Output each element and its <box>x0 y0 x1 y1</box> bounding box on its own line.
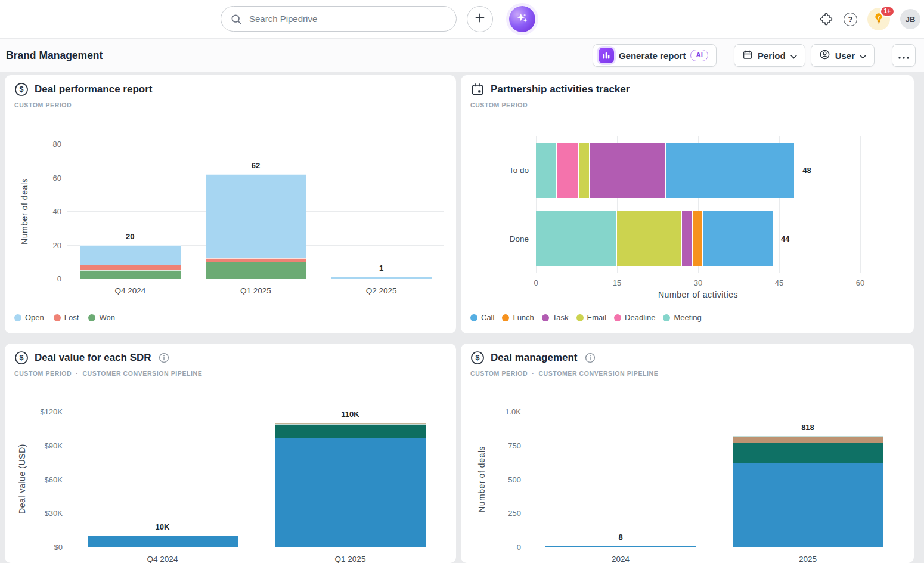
bar-segment-call[interactable] <box>666 143 796 198</box>
legend-item-lost[interactable]: Lost <box>54 313 79 322</box>
legend-label: Lost <box>64 313 79 322</box>
question-mark-glyph: ? <box>844 13 857 26</box>
bar-total-label: 20 <box>67 232 193 241</box>
legend-label: Task <box>553 313 569 322</box>
legend-dot <box>502 314 509 321</box>
ai-assistant-button[interactable] <box>509 6 535 32</box>
bar-segment-series-4[interactable] <box>733 436 882 437</box>
plus-icon <box>474 12 486 26</box>
category-label: To do <box>509 166 529 175</box>
x-tick-label: 30 <box>694 279 702 287</box>
bar-segment-open[interactable] <box>206 174 306 258</box>
subtitle-period: CUSTOM PERIOD <box>470 101 528 109</box>
search-input[interactable] <box>248 13 447 24</box>
user-label: User <box>835 51 855 61</box>
gridline <box>69 547 444 547</box>
legend-dot <box>88 314 95 321</box>
y-tick-label: $0 <box>54 543 63 552</box>
info-icon[interactable] <box>159 352 169 363</box>
whats-new-bulb-button[interactable]: 1+ <box>867 8 890 30</box>
bar-segment-series-1[interactable] <box>733 463 882 547</box>
dollar-circle-icon: $ <box>14 82 29 97</box>
bar-segment-task[interactable] <box>682 211 693 266</box>
bar-segment-task[interactable] <box>590 143 666 198</box>
bar-segment-open[interactable] <box>80 245 181 265</box>
bar-segment-series-1[interactable] <box>275 438 426 547</box>
bar-segment-open[interactable] <box>331 277 432 279</box>
bar-total-label: 110K <box>256 410 444 419</box>
global-search[interactable] <box>221 6 457 32</box>
ai-badge: AI <box>690 50 708 61</box>
category-label: Q1 2025 <box>256 555 444 563</box>
more-options-button[interactable] <box>892 44 916 67</box>
subtitle-period: CUSTOM PERIOD <box>470 370 528 377</box>
legend-item-email[interactable]: Email <box>576 313 607 322</box>
y-tick-label: $30K <box>45 509 63 518</box>
subtitle-separator: · <box>76 370 78 377</box>
calendar-icon <box>470 82 485 97</box>
bar-segment-lost[interactable] <box>80 265 181 270</box>
bar-segment-meeting[interactable] <box>536 143 557 198</box>
bar-segment-series-1[interactable] <box>545 546 695 547</box>
help-icon[interactable]: ? <box>844 13 857 26</box>
generate-report-label: Generate report <box>619 51 686 61</box>
dashboard-controls: Generate report AI Period User <box>593 39 916 72</box>
search-icon <box>230 13 242 25</box>
bar-segment-call[interactable] <box>703 211 774 266</box>
bar-segment-series-1[interactable] <box>88 536 238 547</box>
quick-add-button[interactable] <box>467 6 493 32</box>
bar-segment-email[interactable] <box>579 143 590 198</box>
bar-segment-lost[interactable] <box>206 258 306 262</box>
legend-label: Meeting <box>674 313 701 322</box>
bar-total-label: 44 <box>781 234 789 243</box>
dollar-circle-icon: $ <box>14 351 29 365</box>
y-tick-label: 0 <box>517 543 521 552</box>
y-tick-label: 1.0K <box>505 407 521 416</box>
legend-item-call[interactable]: Call <box>470 313 494 322</box>
y-tick-label: 40 <box>53 207 61 216</box>
legend-label: Won <box>99 313 115 322</box>
legend-item-task[interactable]: Task <box>542 313 569 322</box>
bar-segment-lunch[interactable] <box>693 211 703 266</box>
legend-item-meeting[interactable]: Meeting <box>663 313 701 322</box>
bar-total-label: 1 <box>318 264 444 273</box>
avatar[interactable]: JB <box>900 9 920 29</box>
legend-item-open[interactable]: Open <box>14 313 44 322</box>
bar-segment-series-3[interactable] <box>275 423 426 424</box>
user-filter-button[interactable]: User <box>811 44 875 67</box>
card-header: $ Deal management <box>470 351 596 365</box>
period-filter-button[interactable]: Period <box>734 44 805 67</box>
y-tick-label: 500 <box>508 475 521 484</box>
dollar-circle-icon: $ <box>470 351 485 365</box>
bar-segment-email[interactable] <box>617 211 682 266</box>
marketplace-puzzle-icon[interactable] <box>819 12 833 26</box>
gridline <box>527 547 901 547</box>
bar-segment-series-2[interactable] <box>275 424 426 438</box>
card-subtitle: CUSTOM PERIOD · CUSTOMER CONVERSION PIPE… <box>14 370 202 377</box>
deal-performance-plot: 02040608020Q4 202462Q1 20251Q2 2025 <box>67 144 444 279</box>
deal-performance-card: $ Deal performance report CUSTOM PERIOD … <box>5 75 456 333</box>
card-header: Partnership activities tracker <box>470 82 630 97</box>
bar-segment-deadline[interactable] <box>557 143 579 198</box>
generate-report-button[interactable]: Generate report AI <box>593 44 717 67</box>
bar-segment-won[interactable] <box>206 262 306 279</box>
info-icon[interactable] <box>585 352 596 363</box>
legend-item-won[interactable]: Won <box>88 313 115 322</box>
legend-dot <box>576 314 584 321</box>
category-label: Q2 2025 <box>318 286 444 295</box>
subtitle-period: CUSTOM PERIOD <box>14 101 72 109</box>
bar-segment-series-2[interactable] <box>733 443 882 463</box>
svg-text:$: $ <box>476 354 480 362</box>
card-subtitle: CUSTOM PERIOD <box>14 101 72 109</box>
chevron-down-icon <box>860 51 866 61</box>
bar-segment-won[interactable] <box>80 270 181 279</box>
x-tick-label: 45 <box>775 279 783 287</box>
bar-segment-meeting[interactable] <box>536 211 617 266</box>
bar-total-label: 8 <box>527 533 714 542</box>
legend-item-deadline[interactable]: Deadline <box>614 313 655 322</box>
category-label: Q4 2024 <box>69 555 256 563</box>
category-label: 2024 <box>527 555 714 563</box>
y-tick-label: 80 <box>53 140 61 149</box>
bar-segment-series-3[interactable] <box>733 437 882 443</box>
legend-item-lunch[interactable]: Lunch <box>502 313 534 322</box>
